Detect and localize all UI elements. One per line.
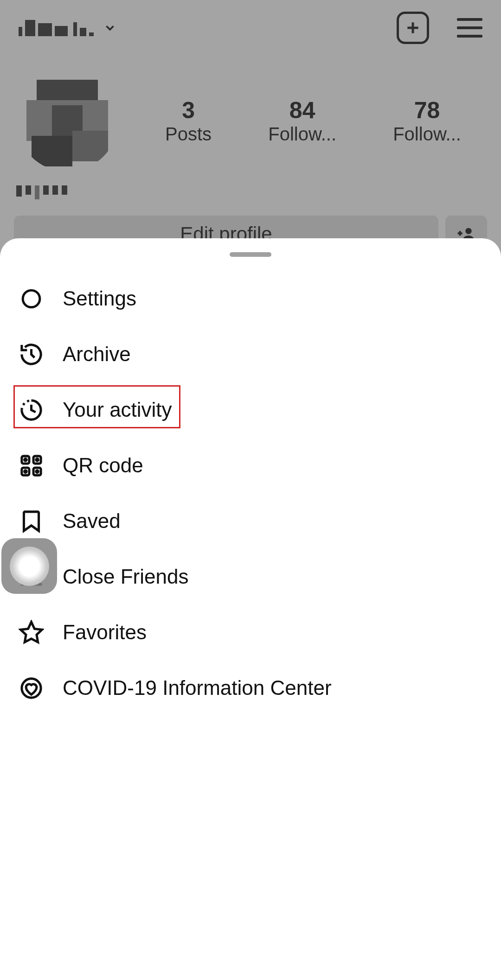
menu-label: Settings — [63, 287, 136, 310]
menu-label: Archive — [63, 343, 131, 366]
settings-icon — [19, 286, 44, 312]
saved-icon — [19, 509, 44, 534]
covid-icon — [19, 675, 44, 701]
sheet-drag-handle[interactable] — [230, 252, 271, 257]
svg-point-11 — [25, 458, 27, 461]
menu-item-covid[interactable]: COVID-19 Information Center — [19, 660, 482, 716]
qr-code-icon — [19, 453, 44, 478]
menu-item-close-friends[interactable]: Close Friends — [19, 549, 482, 605]
favorites-icon — [19, 620, 44, 645]
svg-point-12 — [36, 458, 39, 461]
svg-marker-21 — [21, 622, 42, 642]
menu-item-your-activity[interactable]: Your activity — [19, 382, 482, 438]
menu-label: Close Friends — [63, 565, 188, 588]
assistive-touch-icon — [10, 547, 49, 586]
options-bottom-sheet: Settings Archive Your activity QR code — [0, 238, 501, 980]
svg-point-6 — [28, 295, 35, 302]
menu-item-saved[interactable]: Saved — [19, 493, 482, 549]
menu-label: COVID-19 Information Center — [63, 676, 332, 700]
menu-item-settings[interactable]: Settings — [19, 271, 482, 326]
menu-item-qr-code[interactable]: QR code — [19, 438, 482, 493]
svg-point-14 — [36, 470, 39, 472]
menu-label: Favorites — [63, 621, 147, 644]
menu-item-favorites[interactable]: Favorites — [19, 605, 482, 660]
assistive-touch-button[interactable] — [1, 538, 57, 594]
menu-label: Your activity — [63, 398, 172, 421]
svg-point-13 — [25, 470, 27, 472]
activity-icon — [19, 397, 44, 423]
archive-icon — [19, 342, 44, 367]
menu-item-archive[interactable]: Archive — [19, 326, 482, 382]
menu-label: QR code — [63, 454, 143, 477]
menu-label: Saved — [63, 509, 121, 533]
